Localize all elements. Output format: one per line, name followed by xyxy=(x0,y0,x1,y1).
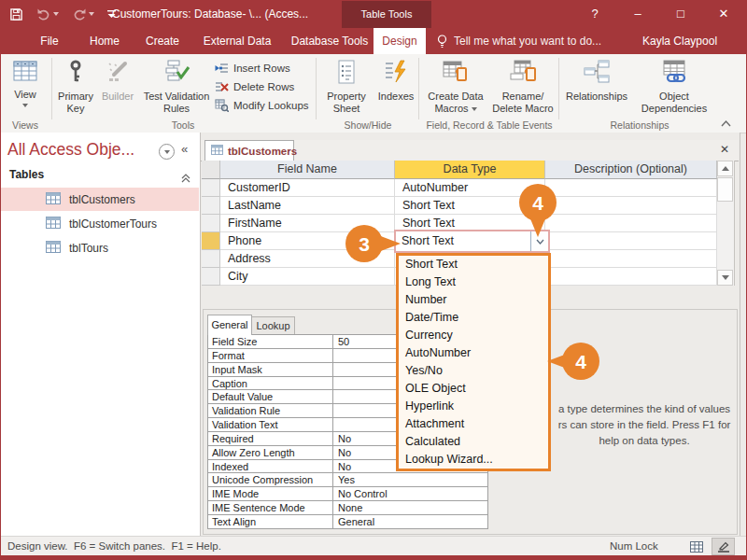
create-data-macros-caret-icon xyxy=(472,107,477,111)
context-tab-group: Table Tools xyxy=(342,0,431,28)
description-cell[interactable] xyxy=(545,232,717,250)
dropdown-item[interactable]: Date/Time xyxy=(399,309,548,327)
dropdown-item[interactable]: Yes/No xyxy=(399,362,548,380)
dropdown-item[interactable]: Calculated xyxy=(399,433,548,451)
insert-rows-button[interactable]: Insert Rows xyxy=(215,60,290,77)
shutter-bar-close-button[interactable]: « xyxy=(181,142,188,156)
relationships-icon xyxy=(583,60,611,87)
field-name-header[interactable]: Field Name xyxy=(220,161,395,179)
ribbon: View Views Primary Key Builder Test Vali… xyxy=(0,54,747,133)
property-row[interactable]: IME ModeNo Control xyxy=(208,487,487,501)
view-label: View xyxy=(14,89,36,101)
tab-database-tools[interactable]: Database Tools xyxy=(288,28,372,54)
nav-item-tblcustomers[interactable]: tblCustomers xyxy=(0,188,199,211)
description-cell[interactable] xyxy=(545,215,717,232)
save-button[interactable] xyxy=(9,7,23,21)
document-tab-tblcustomers[interactable]: tblCustomers xyxy=(204,140,294,161)
description-header[interactable]: Description (Optional) xyxy=(545,161,717,179)
help-button[interactable]: ? xyxy=(579,0,611,28)
primary-key-button[interactable]: Primary Key xyxy=(54,58,97,125)
datasheet-view-button[interactable] xyxy=(684,538,708,555)
property-row[interactable]: Text AlignGeneral xyxy=(208,515,487,529)
row-selector-header[interactable] xyxy=(202,161,220,179)
dropdown-item[interactable]: Attachment xyxy=(399,415,548,433)
property-row[interactable]: IME Sentence ModeNone xyxy=(208,501,487,515)
delete-rows-label: Delete Rows xyxy=(233,81,294,92)
group-label-tools: Tools xyxy=(52,119,314,132)
rename-delete-macro-label: Rename/ xyxy=(502,91,544,103)
dropdown-item[interactable]: OLE Object xyxy=(399,380,548,398)
group-label-events: Field, Record & Table Events xyxy=(420,119,558,132)
tab-design[interactable]: Design xyxy=(374,28,426,54)
group-separator xyxy=(558,58,559,119)
nav-section-tables[interactable]: Tables xyxy=(9,168,44,181)
vertical-scrollbar[interactable] xyxy=(717,161,735,286)
create-data-macros-button[interactable]: Create Data Macros xyxy=(422,58,489,125)
minimize-button[interactable]: – xyxy=(622,0,654,28)
tab-general[interactable]: General xyxy=(207,315,252,335)
scrollbar-thumb[interactable] xyxy=(717,177,733,202)
field-row-customerid: CustomerID AutoNumber xyxy=(202,179,717,197)
arrow-up-icon xyxy=(722,166,729,171)
data-type-header[interactable]: Data Type xyxy=(395,161,545,179)
collapse-ribbon-button[interactable] xyxy=(721,114,731,131)
dropdown-item[interactable]: Long Text xyxy=(399,273,548,291)
maximize-button[interactable]: □ xyxy=(665,0,697,28)
tab-external-data[interactable]: External Data xyxy=(198,28,276,54)
view-button[interactable]: View xyxy=(4,58,47,125)
row-selector[interactable] xyxy=(202,250,220,268)
design-grid-header: Field Name Data Type Description (Option… xyxy=(202,161,717,179)
user-account[interactable]: Kayla Claypool xyxy=(642,28,736,54)
design-view-icon xyxy=(717,541,730,553)
row-selector[interactable] xyxy=(202,197,220,215)
nav-item-tbltours[interactable]: tblTours xyxy=(0,236,199,259)
row-selector-current[interactable] xyxy=(202,232,220,250)
close-button[interactable]: ✕ xyxy=(708,0,740,28)
tell-me-box[interactable]: Tell me what you want to do... xyxy=(437,28,601,54)
tab-create[interactable]: Create xyxy=(140,28,185,54)
description-cell[interactable] xyxy=(545,250,717,268)
nav-menu-button[interactable] xyxy=(159,144,175,160)
redo-button[interactable] xyxy=(72,7,94,21)
dropdown-item[interactable]: Short Text xyxy=(399,256,548,273)
section-collapse-icon[interactable] xyxy=(181,170,190,187)
chevron-down-icon xyxy=(536,239,544,245)
tab-home[interactable]: Home xyxy=(84,28,125,54)
dropdown-item[interactable]: Lookup Wizard... xyxy=(399,451,548,469)
group-label-views: Views xyxy=(0,119,50,132)
callout-4-top: 4 xyxy=(515,183,560,239)
tab-lookup[interactable]: Lookup xyxy=(251,316,295,336)
design-view-button[interactable] xyxy=(712,538,735,555)
dropdown-item[interactable]: Number xyxy=(399,291,548,309)
object-dependencies-button[interactable]: Object Dependencies xyxy=(633,58,715,125)
property-row[interactable]: Unicode CompressionYes xyxy=(208,473,487,487)
dropdown-item[interactable]: Hyperlink xyxy=(399,398,548,415)
rename-delete-macro-button[interactable]: Rename/ Delete Macro xyxy=(491,58,555,125)
create-data-macros-icon xyxy=(442,60,470,87)
test-validation-rules-button[interactable]: Test Validation Rules xyxy=(138,58,215,125)
field-name-cell[interactable]: CustomerID xyxy=(220,179,395,197)
row-selector[interactable] xyxy=(202,215,220,232)
indexes-button[interactable]: Indexes xyxy=(375,58,416,125)
description-cell[interactable] xyxy=(545,197,717,215)
undo-button[interactable] xyxy=(36,7,59,21)
property-sheet-button[interactable]: Property Sheet xyxy=(319,58,374,125)
field-name-cell[interactable]: LastName xyxy=(220,197,395,215)
modify-lookups-button[interactable]: Modify Lookups xyxy=(215,97,309,114)
relationships-button[interactable]: Relationships xyxy=(562,58,631,125)
row-selector[interactable] xyxy=(202,268,220,286)
field-name-cell[interactable]: City xyxy=(220,268,395,286)
indexes-label: Indexes xyxy=(378,91,415,103)
tab-file[interactable]: File xyxy=(34,28,65,54)
description-cell[interactable] xyxy=(545,179,717,197)
scroll-up-button[interactable] xyxy=(717,161,733,176)
nav-item-tblcustomertours[interactable]: tblCustomerTours xyxy=(0,212,199,235)
dropdown-item[interactable]: AutoNumber xyxy=(399,344,548,362)
document-tab-label: tblCustomers xyxy=(228,146,297,157)
scroll-down-button[interactable] xyxy=(717,270,733,286)
close-document-button[interactable]: ✕ xyxy=(720,143,729,156)
dropdown-item[interactable]: Currency xyxy=(399,327,548,344)
delete-rows-button[interactable]: Delete Rows xyxy=(215,78,294,95)
row-selector[interactable] xyxy=(202,179,220,197)
description-cell[interactable] xyxy=(545,268,717,286)
